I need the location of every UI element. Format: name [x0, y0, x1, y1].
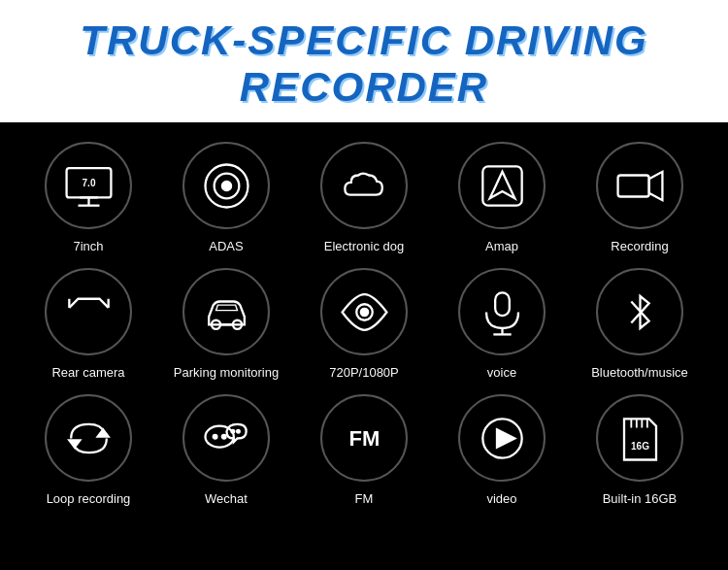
feature-item-7inch: 7.0 7inch: [19, 132, 157, 258]
video-label: video: [486, 491, 516, 506]
bluetooth-icon: [596, 268, 683, 355]
features-grid: 7.0 7inch ADAS Electronic dog Amap Recor…: [0, 122, 728, 520]
amap-icon: [458, 142, 546, 229]
loop-icon: [45, 394, 132, 482]
feature-item-voice: voice: [433, 258, 571, 385]
video-icon: [458, 394, 546, 482]
svg-rect-10: [617, 175, 648, 196]
svg-marker-11: [648, 171, 662, 199]
electronic-dog-label: Electronic dog: [324, 239, 404, 253]
svg-marker-23: [69, 440, 80, 447]
svg-text:FM: FM: [348, 425, 380, 450]
svg-marker-31: [497, 429, 514, 447]
loop-label: Loop recording: [47, 491, 131, 506]
feature-item-parking: Parking monitoring: [157, 258, 295, 385]
adas-label: ADAS: [209, 239, 243, 253]
feature-item-video: video: [433, 385, 571, 511]
svg-rect-19: [495, 292, 510, 316]
rear-camera-icon: [45, 268, 132, 355]
header: TRUCK-SPECIFIC DRIVING RECORDER: [0, 0, 728, 122]
feature-item-adas: ADAS: [157, 132, 295, 258]
svg-point-28: [237, 429, 240, 432]
svg-point-18: [360, 308, 367, 315]
feature-item-storage: 16G Built-in 16GB: [571, 385, 709, 511]
parking-label: Parking monitoring: [174, 365, 279, 380]
amap-label: Amap: [485, 239, 518, 253]
feature-item-amap: Amap: [433, 132, 571, 258]
fm-label: FM: [355, 491, 374, 506]
fm-icon: FM: [320, 394, 408, 482]
resolution-label: 720P/1080P: [329, 365, 399, 380]
voice-icon: [458, 268, 546, 355]
storage-icon: 16G: [596, 394, 683, 482]
svg-marker-22: [97, 429, 108, 436]
svg-point-7: [221, 181, 230, 189]
feature-item-electronic-dog: Electronic dog: [295, 132, 433, 258]
wechat-label: Wechat: [205, 491, 248, 506]
feature-item-recording: Recording: [571, 132, 709, 258]
feature-item-resolution: 720P/1080P: [295, 258, 433, 385]
7inch-icon: 7.0: [45, 142, 132, 229]
recording-label: Recording: [611, 239, 668, 253]
feature-item-loop: Loop recording: [19, 385, 157, 511]
storage-label: Built-in 16GB: [603, 491, 678, 506]
voice-label: voice: [487, 365, 516, 380]
electronic-dog-icon: [320, 142, 408, 229]
svg-marker-9: [489, 171, 514, 198]
adas-icon: [182, 142, 270, 229]
wechat-icon: [182, 394, 270, 482]
feature-item-bluetooth: Bluetooth/musice: [571, 258, 709, 385]
bluetooth-label: Bluetooth/musice: [591, 365, 688, 380]
7inch-label: 7inch: [73, 239, 103, 253]
svg-point-26: [221, 434, 225, 438]
svg-text:7.0: 7.0: [82, 178, 95, 188]
svg-text:16G: 16G: [630, 440, 648, 451]
rear-camera-label: Rear camera: [51, 365, 124, 380]
svg-point-25: [213, 434, 216, 438]
feature-item-wechat: Wechat: [157, 385, 295, 511]
svg-point-27: [231, 429, 234, 432]
feature-item-rear-camera: Rear camera: [19, 258, 157, 385]
resolution-icon: [320, 268, 408, 355]
feature-item-fm: FM FM: [295, 385, 433, 511]
recording-icon: [596, 142, 683, 229]
page-title: TRUCK-SPECIFIC DRIVING RECORDER: [10, 17, 718, 111]
parking-icon: [182, 268, 270, 355]
